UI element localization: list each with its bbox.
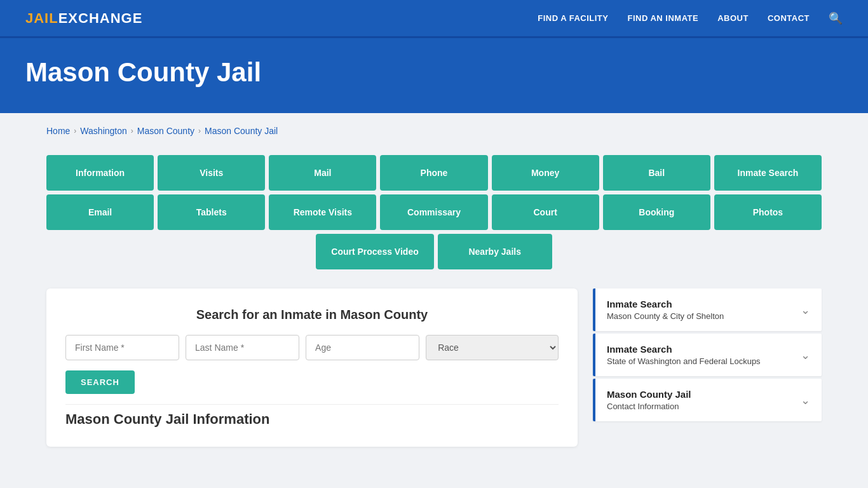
accordion-title-3: Mason County Jail xyxy=(607,389,691,400)
accordion-item-3: Mason County Jail Contact Information ⌄ xyxy=(593,379,822,421)
accordion-header-3[interactable]: Mason County Jail Contact Information ⌄ xyxy=(595,379,822,421)
tile-commissary[interactable]: Commissary xyxy=(380,194,487,230)
accordion-subtitle-3: Contact Information xyxy=(607,402,691,411)
right-panel: Inmate Search Mason County & City of She… xyxy=(593,288,822,421)
main-nav: FIND A FACILITY FIND AN INMATE ABOUT CON… xyxy=(538,11,843,25)
nav-about[interactable]: ABOUT xyxy=(717,13,749,23)
age-input[interactable] xyxy=(306,335,419,360)
accordion-subtitle-2: State of Washington and Federal Lockups xyxy=(607,356,761,366)
hero-section: Mason County Jail xyxy=(0,38,868,113)
accordion-subtitle-1: Mason County & City of Shelton xyxy=(607,311,724,321)
inmate-search-form: Race White Black Hispanic Asian Other xyxy=(65,335,559,360)
accordion-header-2[interactable]: Inmate Search State of Washington and Fe… xyxy=(595,334,822,376)
accordion-item-2: Inmate Search State of Washington and Fe… xyxy=(593,334,822,376)
tile-grid-row2: Email Tablets Remote Visits Commissary C… xyxy=(46,194,822,230)
site-logo[interactable]: JAILEXCHANGE xyxy=(25,10,142,27)
accordion-chevron-2: ⌄ xyxy=(801,348,810,362)
tile-court[interactable]: Court xyxy=(492,194,599,230)
last-name-input[interactable] xyxy=(186,335,299,360)
accordion-text-2: Inmate Search State of Washington and Fe… xyxy=(607,344,761,366)
breadcrumb-washington[interactable]: Washington xyxy=(80,126,126,136)
tile-money[interactable]: Money xyxy=(492,155,599,191)
tile-grid-row1: Information Visits Mail Phone Money Bail… xyxy=(46,155,822,191)
breadcrumb-sep-3: › xyxy=(198,126,201,135)
breadcrumb-sep-1: › xyxy=(74,126,76,135)
accordion-title-1: Inmate Search xyxy=(607,299,724,309)
nav-find-facility[interactable]: FIND A FACILITY xyxy=(538,13,608,23)
header-search-button[interactable]: 🔍 xyxy=(829,11,843,25)
logo-exchange: EXCHANGE xyxy=(58,10,143,26)
tile-grid-row3: Court Process Video Nearby Jails xyxy=(46,234,822,269)
accordion-item-1: Inmate Search Mason County & City of She… xyxy=(593,288,822,331)
tile-information[interactable]: Information xyxy=(46,155,154,191)
accordion-text-3: Mason County Jail Contact Information xyxy=(607,389,691,411)
accordion-chevron-3: ⌄ xyxy=(801,393,810,407)
logo-jail: JAIL xyxy=(25,10,58,26)
breadcrumb-current: Mason County Jail xyxy=(205,126,278,136)
main-content: Home › Washington › Mason County › Mason… xyxy=(21,113,847,472)
accordion-chevron-1: ⌄ xyxy=(801,303,810,317)
tile-visits[interactable]: Visits xyxy=(158,155,265,191)
accordion-title-2: Inmate Search xyxy=(607,344,761,355)
accordion-header-1[interactable]: Inmate Search Mason County & City of She… xyxy=(595,288,822,331)
breadcrumb: Home › Washington › Mason County › Mason… xyxy=(46,126,822,136)
tile-phone[interactable]: Phone xyxy=(380,155,487,191)
nav-contact[interactable]: CONTACT xyxy=(768,13,810,23)
nav-find-inmate[interactable]: FIND AN INMATE xyxy=(627,13,698,23)
tile-nearby-jails[interactable]: Nearby Jails xyxy=(438,234,552,269)
page-title: Mason County Jail xyxy=(25,57,843,88)
tile-inmate-search[interactable]: Inmate Search xyxy=(714,155,822,191)
race-select[interactable]: Race White Black Hispanic Asian Other xyxy=(426,335,559,360)
tile-mail[interactable]: Mail xyxy=(269,155,376,191)
tile-bail[interactable]: Bail xyxy=(603,155,710,191)
search-button[interactable]: SEARCH xyxy=(65,370,135,394)
left-panel: Search for an Inmate in Mason County Rac… xyxy=(46,288,578,447)
two-column-layout: Search for an Inmate in Mason County Rac… xyxy=(46,288,822,447)
tile-tablets[interactable]: Tablets xyxy=(158,194,265,230)
info-section-heading: Mason County Jail Information xyxy=(65,404,559,428)
breadcrumb-home[interactable]: Home xyxy=(46,126,70,136)
tile-photos[interactable]: Photos xyxy=(714,194,822,230)
tile-remote-visits[interactable]: Remote Visits xyxy=(269,194,376,230)
search-heading: Search for an Inmate in Mason County xyxy=(65,308,559,322)
tile-booking[interactable]: Booking xyxy=(603,194,710,230)
tile-court-process-video[interactable]: Court Process Video xyxy=(316,234,433,269)
breadcrumb-sep-2: › xyxy=(131,126,133,135)
accordion-text-1: Inmate Search Mason County & City of She… xyxy=(607,299,724,321)
breadcrumb-mason-county[interactable]: Mason County xyxy=(137,126,194,136)
tile-email[interactable]: Email xyxy=(46,194,154,230)
first-name-input[interactable] xyxy=(65,335,179,360)
